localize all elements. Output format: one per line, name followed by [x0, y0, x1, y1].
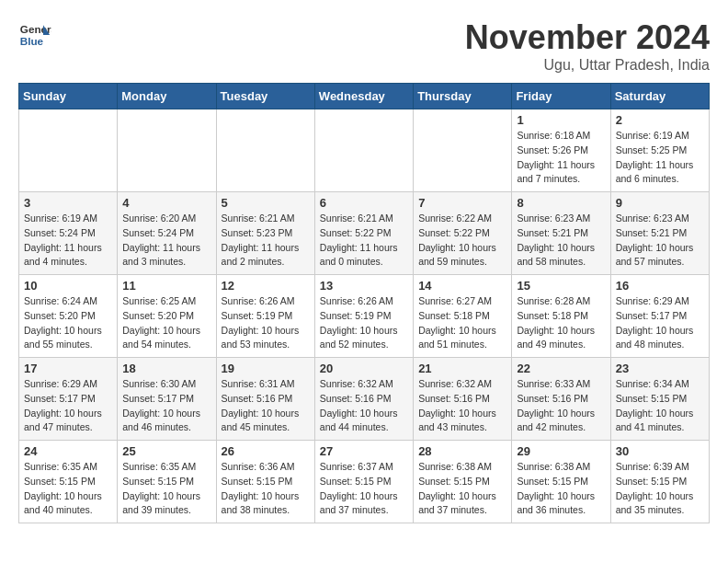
calendar-cell: 22Sunrise: 6:33 AM Sunset: 5:16 PM Dayli… [512, 358, 610, 441]
logo: General Blue [18, 18, 51, 52]
calendar-body: 1Sunrise: 6:18 AM Sunset: 5:26 PM Daylig… [19, 109, 710, 523]
week-row-4: 17Sunrise: 6:29 AM Sunset: 5:17 PM Dayli… [19, 358, 710, 441]
day-number: 16 [616, 279, 704, 293]
day-number: 19 [222, 362, 310, 375]
location-subtitle: Ugu, Uttar Pradesh, India [465, 57, 710, 74]
calendar-cell: 15Sunrise: 6:28 AM Sunset: 5:18 PM Dayli… [512, 275, 610, 358]
svg-text:Blue: Blue [20, 35, 44, 47]
header-row: SundayMondayTuesdayWednesdayThursdayFrid… [19, 84, 710, 109]
day-info: Sunrise: 6:35 AM Sunset: 5:15 PM Dayligh… [122, 460, 210, 518]
day-number: 4 [122, 196, 210, 210]
calendar-cell: 3Sunrise: 6:19 AM Sunset: 5:24 PM Daylig… [19, 192, 118, 275]
day-info: Sunrise: 6:29 AM Sunset: 5:17 PM Dayligh… [24, 377, 112, 435]
day-info: Sunrise: 6:20 AM Sunset: 5:24 PM Dayligh… [122, 212, 210, 270]
day-number: 30 [616, 444, 704, 458]
day-info: Sunrise: 6:31 AM Sunset: 5:16 PM Dayligh… [222, 377, 310, 435]
calendar-cell: 12Sunrise: 6:26 AM Sunset: 5:19 PM Dayli… [216, 275, 314, 358]
day-info: Sunrise: 6:35 AM Sunset: 5:15 PM Dayligh… [24, 460, 112, 518]
day-number: 21 [418, 362, 506, 375]
day-number: 25 [122, 444, 210, 458]
day-info: Sunrise: 6:23 AM Sunset: 5:21 PM Dayligh… [616, 212, 704, 270]
calendar-cell: 14Sunrise: 6:27 AM Sunset: 5:18 PM Dayli… [414, 275, 512, 358]
day-number: 10 [24, 279, 112, 293]
day-info: Sunrise: 6:19 AM Sunset: 5:25 PM Dayligh… [616, 129, 704, 187]
day-info: Sunrise: 6:36 AM Sunset: 5:15 PM Dayligh… [222, 460, 310, 518]
day-number: 9 [616, 196, 704, 210]
header-monday: Monday [118, 84, 216, 109]
month-title: November 2024 [465, 18, 710, 57]
week-row-5: 24Sunrise: 6:35 AM Sunset: 5:15 PM Dayli… [19, 441, 710, 523]
week-row-3: 10Sunrise: 6:24 AM Sunset: 5:20 PM Dayli… [19, 275, 710, 358]
calendar-cell: 1Sunrise: 6:18 AM Sunset: 5:26 PM Daylig… [512, 109, 610, 192]
day-number: 2 [616, 113, 704, 127]
day-info: Sunrise: 6:29 AM Sunset: 5:17 PM Dayligh… [616, 294, 704, 352]
header-saturday: Saturday [610, 84, 709, 109]
calendar-cell: 6Sunrise: 6:21 AM Sunset: 5:22 PM Daylig… [314, 192, 413, 275]
calendar-cell: 18Sunrise: 6:30 AM Sunset: 5:17 PM Dayli… [118, 358, 216, 441]
day-info: Sunrise: 6:27 AM Sunset: 5:18 PM Dayligh… [418, 294, 506, 352]
day-info: Sunrise: 6:38 AM Sunset: 5:15 PM Dayligh… [418, 460, 506, 518]
calendar-cell [414, 109, 512, 192]
day-info: Sunrise: 6:30 AM Sunset: 5:17 PM Dayligh… [122, 377, 210, 435]
calendar-cell: 21Sunrise: 6:32 AM Sunset: 5:16 PM Dayli… [414, 358, 512, 441]
day-number: 12 [222, 279, 310, 293]
day-info: Sunrise: 6:26 AM Sunset: 5:19 PM Dayligh… [222, 294, 310, 352]
day-info: Sunrise: 6:21 AM Sunset: 5:22 PM Dayligh… [320, 212, 408, 270]
calendar-cell: 25Sunrise: 6:35 AM Sunset: 5:15 PM Dayli… [118, 441, 216, 523]
day-number: 20 [320, 362, 408, 375]
calendar-cell: 28Sunrise: 6:38 AM Sunset: 5:15 PM Dayli… [414, 441, 512, 523]
day-number: 6 [320, 196, 408, 210]
day-number: 24 [24, 444, 112, 458]
day-number: 22 [517, 362, 605, 375]
header-friday: Friday [512, 84, 610, 109]
week-row-2: 3Sunrise: 6:19 AM Sunset: 5:24 PM Daylig… [19, 192, 710, 275]
calendar-cell: 27Sunrise: 6:37 AM Sunset: 5:15 PM Dayli… [314, 441, 413, 523]
calendar-cell [314, 109, 413, 192]
day-number: 23 [616, 362, 704, 375]
calendar-cell: 30Sunrise: 6:39 AM Sunset: 5:15 PM Dayli… [610, 441, 709, 523]
calendar-cell: 26Sunrise: 6:36 AM Sunset: 5:15 PM Dayli… [216, 441, 314, 523]
calendar-cell: 19Sunrise: 6:31 AM Sunset: 5:16 PM Dayli… [216, 358, 314, 441]
day-number: 13 [320, 279, 408, 293]
day-number: 17 [24, 362, 112, 375]
day-info: Sunrise: 6:19 AM Sunset: 5:24 PM Dayligh… [24, 212, 112, 270]
day-number: 27 [320, 444, 408, 458]
day-info: Sunrise: 6:23 AM Sunset: 5:21 PM Dayligh… [517, 212, 605, 270]
calendar-cell: 24Sunrise: 6:35 AM Sunset: 5:15 PM Dayli… [19, 441, 118, 523]
day-info: Sunrise: 6:37 AM Sunset: 5:15 PM Dayligh… [320, 460, 408, 518]
day-info: Sunrise: 6:32 AM Sunset: 5:16 PM Dayligh… [320, 377, 408, 435]
calendar-cell: 17Sunrise: 6:29 AM Sunset: 5:17 PM Dayli… [19, 358, 118, 441]
day-number: 26 [222, 444, 310, 458]
day-number: 15 [517, 279, 605, 293]
day-info: Sunrise: 6:26 AM Sunset: 5:19 PM Dayligh… [320, 294, 408, 352]
calendar-cell: 20Sunrise: 6:32 AM Sunset: 5:16 PM Dayli… [314, 358, 413, 441]
calendar-cell: 7Sunrise: 6:22 AM Sunset: 5:22 PM Daylig… [414, 192, 512, 275]
calendar-cell: 29Sunrise: 6:38 AM Sunset: 5:15 PM Dayli… [512, 441, 610, 523]
day-info: Sunrise: 6:25 AM Sunset: 5:20 PM Dayligh… [122, 294, 210, 352]
calendar-cell: 10Sunrise: 6:24 AM Sunset: 5:20 PM Dayli… [19, 275, 118, 358]
day-info: Sunrise: 6:21 AM Sunset: 5:23 PM Dayligh… [222, 212, 310, 270]
header-thursday: Thursday [414, 84, 512, 109]
calendar-cell [118, 109, 216, 192]
day-number: 11 [122, 279, 210, 293]
day-info: Sunrise: 6:33 AM Sunset: 5:16 PM Dayligh… [517, 377, 605, 435]
header: General Blue November 2024 Ugu, Uttar Pr… [18, 18, 710, 74]
calendar-header: SundayMondayTuesdayWednesdayThursdayFrid… [19, 84, 710, 109]
day-info: Sunrise: 6:22 AM Sunset: 5:22 PM Dayligh… [418, 212, 506, 270]
day-number: 28 [418, 444, 506, 458]
day-info: Sunrise: 6:39 AM Sunset: 5:15 PM Dayligh… [616, 460, 704, 518]
day-number: 29 [517, 444, 605, 458]
calendar-cell: 23Sunrise: 6:34 AM Sunset: 5:15 PM Dayli… [610, 358, 709, 441]
header-sunday: Sunday [19, 84, 118, 109]
day-info: Sunrise: 6:32 AM Sunset: 5:16 PM Dayligh… [418, 377, 506, 435]
calendar-cell: 9Sunrise: 6:23 AM Sunset: 5:21 PM Daylig… [610, 192, 709, 275]
calendar-cell: 4Sunrise: 6:20 AM Sunset: 5:24 PM Daylig… [118, 192, 216, 275]
day-number: 14 [418, 279, 506, 293]
calendar-table: SundayMondayTuesdayWednesdayThursdayFrid… [18, 83, 710, 523]
day-info: Sunrise: 6:18 AM Sunset: 5:26 PM Dayligh… [517, 129, 605, 187]
day-number: 5 [222, 196, 310, 210]
day-number: 18 [122, 362, 210, 375]
day-number: 8 [517, 196, 605, 210]
day-number: 3 [24, 196, 112, 210]
calendar-cell: 8Sunrise: 6:23 AM Sunset: 5:21 PM Daylig… [512, 192, 610, 275]
